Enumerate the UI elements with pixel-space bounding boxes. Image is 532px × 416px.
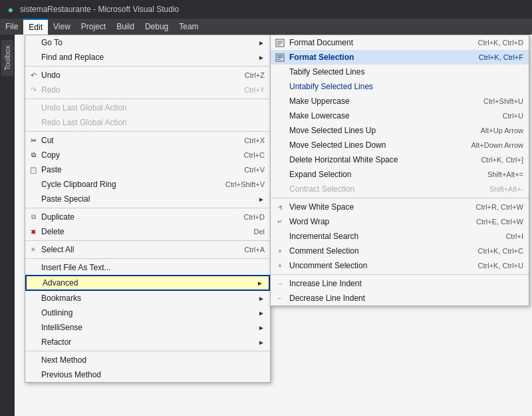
menu-file[interactable]: File — [0, 19, 23, 35]
separator-2 — [25, 99, 270, 99]
submenu-item-increase-indent[interactable]: → Increase Line Indent — [271, 276, 529, 291]
main-area: Toolbox Go To ► Find and Replace ► ↶ Und… — [0, 35, 532, 416]
menu-team[interactable]: Team — [174, 19, 203, 35]
submenu-item-word-wrap[interactable]: ↵ Word Wrap Ctrl+E, Ctrl+W — [271, 214, 529, 229]
format-sel-icon — [273, 52, 287, 63]
decrease-indent-icon: ← — [273, 293, 287, 304]
delete-icon: ✖ — [28, 226, 39, 237]
submenu-item-decrease-indent[interactable]: ← Decrease Line Indent — [271, 291, 529, 306]
menu-edit[interactable]: Edit — [23, 19, 48, 35]
format-doc-icon — [273, 37, 287, 48]
menu-build[interactable]: Build — [111, 19, 140, 35]
menu-item-next-method[interactable]: Next Method — [25, 353, 270, 367]
cut-icon: ✂ — [28, 135, 39, 146]
view-ws-icon: ·¶ — [273, 202, 287, 212]
separator-7 — [25, 351, 270, 351]
menu-item-prev-method[interactable]: Previous Method — [25, 367, 270, 382]
menu-project[interactable]: Project — [76, 19, 111, 35]
submenu-sep-1 — [271, 198, 529, 198]
submenu-sep-2 — [271, 274, 529, 275]
menu-item-advanced[interactable]: Advanced ► — [25, 275, 270, 291]
increase-indent-icon: → — [273, 278, 287, 289]
word-wrap-icon: ↵ — [273, 216, 287, 227]
submenu-item-move-down[interactable]: Move Selected Lines Down Alt+Down Arrow — [271, 138, 529, 152]
undo-icon: ↶ — [28, 70, 39, 81]
submenu-item-untabify[interactable]: Untabify Selected Lines — [271, 79, 529, 94]
submenu-item-format-doc[interactable]: Format Document Ctrl+K, Ctrl+D — [271, 35, 529, 50]
menu-bar: File Edit View Project Build Debug Team — [0, 19, 532, 35]
menu-item-outlining[interactable]: Outlining ► — [25, 306, 270, 320]
menu-item-delete[interactable]: ✖ Delete Del — [25, 224, 270, 239]
separator-6 — [25, 258, 270, 259]
copy-icon: ⧉ — [28, 150, 39, 160]
menu-item-redo-global[interactable]: Redo Last Global Action — [25, 115, 270, 130]
separator-4 — [25, 208, 270, 208]
submenu-item-move-up[interactable]: Move Selected Lines Up Alt+Up Arrow — [271, 123, 529, 138]
menu-item-copy[interactable]: ⧉ Copy Ctrl+C — [25, 148, 270, 162]
menu-item-find-replace[interactable]: Find and Replace ► — [25, 50, 270, 65]
select-all-icon: ✳ — [28, 244, 39, 255]
advanced-submenu: Format Document Ctrl+K, Ctrl+D Format Se… — [270, 35, 529, 306]
submenu-item-tabify[interactable]: Tabify Selected Lines — [271, 65, 529, 79]
title-text: sistemaRestaurante - Microsoft Visual St… — [20, 5, 179, 14]
submenu-item-expand-sel[interactable]: Expand Selection Shift+Alt+= — [271, 167, 529, 182]
submenu-item-del-whitespace[interactable]: Delete Horizontal White Space Ctrl+K, Ct… — [271, 152, 529, 167]
comment-icon: ≡ — [273, 246, 287, 256]
menu-item-duplicate[interactable]: ⧉ Duplicate Ctrl+D — [25, 210, 270, 224]
menu-item-redo[interactable]: ↷ Redo Ctrl+Y — [25, 83, 270, 97]
paste-icon: 📋 — [28, 164, 39, 175]
submenu-item-lowercase[interactable]: Make Lowercase Ctrl+U — [271, 108, 529, 123]
uncomment-icon: ≡ — [273, 260, 287, 271]
menu-item-bookmarks[interactable]: Bookmarks ► — [25, 291, 270, 306]
menu-item-paste[interactable]: 📋 Paste Ctrl+V — [25, 162, 270, 177]
menu-item-refactor[interactable]: Refactor ► — [25, 335, 270, 349]
menu-item-insert-file[interactable]: Insert File As Text... — [25, 260, 270, 275]
separator-5 — [25, 240, 270, 241]
menu-debug[interactable]: Debug — [140, 19, 174, 35]
left-sidebar: Toolbox — [0, 35, 15, 416]
submenu-item-incremental[interactable]: Incremental Search Ctrl+I — [271, 229, 529, 244]
menu-item-cut[interactable]: ✂ Cut Ctrl+X — [25, 133, 270, 148]
menu-item-intellisense[interactable]: IntelliSense ► — [25, 320, 270, 335]
submenu-item-format-sel[interactable]: Format Selection Ctrl+K, Ctrl+F — [271, 50, 529, 65]
title-bar: ◆ sistemaRestaurante - Microsoft Visual … — [0, 0, 532, 19]
menu-item-select-all[interactable]: ✳ Select All Ctrl+A — [25, 242, 270, 257]
menu-view[interactable]: View — [48, 19, 76, 35]
menu-item-undo-global[interactable]: Undo Last Global Action — [25, 101, 270, 115]
duplicate-icon: ⧉ — [28, 212, 39, 222]
redo-icon: ↷ — [28, 85, 39, 95]
separator-3 — [25, 131, 270, 132]
submenu-item-uncomment[interactable]: ≡ Uncomment Selection Ctrl+K, Ctrl+U — [271, 258, 529, 273]
menu-item-paste-special[interactable]: Paste Special ► — [25, 192, 270, 206]
submenu-item-uppercase[interactable]: Make Uppercase Ctrl+Shift+U — [271, 94, 529, 108]
edit-menu-dropdown: Go To ► Find and Replace ► ↶ Undo Ctrl+Z… — [25, 35, 271, 383]
app-icon: ◆ — [5, 4, 16, 15]
submenu-item-comment[interactable]: ≡ Comment Selection Ctrl+K, Ctrl+C — [271, 244, 529, 258]
menu-item-undo[interactable]: ↶ Undo Ctrl+Z — [25, 68, 270, 83]
separator-1 — [25, 66, 270, 67]
toolbox-tab[interactable]: Toolbox — [1, 40, 13, 76]
menu-item-goto[interactable]: Go To ► — [25, 35, 270, 50]
menu-item-cycle-clipboard[interactable]: Cycle Clipboard Ring Ctrl+Shift+V — [25, 177, 270, 192]
submenu-item-contract-sel[interactable]: Contract Selection Shift+Alt+- — [271, 182, 529, 196]
submenu-item-view-ws[interactable]: ·¶ View White Space Ctrl+R, Ctrl+W — [271, 200, 529, 214]
